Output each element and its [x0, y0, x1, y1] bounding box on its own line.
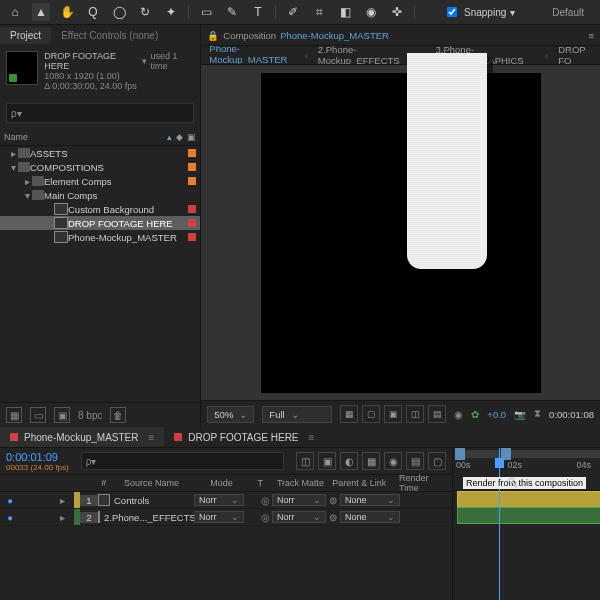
comp-mini-flowchart-icon[interactable]: ◫: [296, 452, 314, 470]
matte-dropdown[interactable]: Norr: [272, 511, 326, 523]
new-folder-icon[interactable]: ▭: [30, 407, 46, 423]
eye-icon[interactable]: ●: [0, 495, 20, 506]
snapshot-icon[interactable]: 📷: [514, 409, 526, 420]
rect-tool-icon[interactable]: ▭: [197, 3, 215, 21]
cam-view-icon[interactable]: ◉: [454, 409, 463, 420]
viewer-timecode[interactable]: 0:00:01:08: [549, 409, 594, 420]
col-source-name[interactable]: Source Name: [120, 478, 206, 488]
delete-icon[interactable]: 🗑: [110, 407, 126, 423]
region-icon[interactable]: ▣: [384, 405, 402, 423]
pickwhip-icon[interactable]: ⊚: [326, 495, 340, 506]
render-queue-icon[interactable]: ▢: [428, 452, 446, 470]
timeline-timecode[interactable]: 0:00:01:09: [6, 451, 69, 463]
column-label-icon[interactable]: ◆: [176, 132, 183, 142]
text-tool-icon[interactable]: T: [249, 3, 267, 21]
zoom-dropdown[interactable]: 50%: [207, 406, 254, 423]
shy-icon[interactable]: ◐: [340, 452, 358, 470]
zoom-tool-icon[interactable]: Q: [84, 3, 102, 21]
render-tooltip: Render from this composition: [463, 477, 586, 489]
pen-tool-icon[interactable]: ✎: [223, 3, 241, 21]
preview-time-icon[interactable]: ⧗: [534, 408, 541, 420]
frame-blend-icon[interactable]: ▦: [362, 452, 380, 470]
column-type-icon[interactable]: ▣: [187, 132, 196, 142]
orbit-tool-icon[interactable]: ◯: [110, 3, 128, 21]
comp-dimensions: 1080 x 1920 (1.00): [44, 71, 194, 81]
col-track-matte[interactable]: Track Matte: [273, 478, 328, 488]
color-mgmt-icon[interactable]: ✿: [471, 409, 479, 420]
interpret-footage-icon[interactable]: ▦: [6, 407, 22, 423]
playhead[interactable]: [499, 448, 500, 600]
timeline-tab[interactable]: Phone-Mockup_MASTER≡: [0, 427, 164, 447]
comp-duration: Δ 0:00:30:00, 24.00 fps: [44, 81, 194, 91]
project-panel: Project Effect Controls (none) DROP FOOT…: [0, 25, 201, 427]
grid-icon[interactable]: ▤: [428, 405, 446, 423]
column-sort-icon[interactable]: ▴: [167, 132, 172, 142]
mask-toggle-icon[interactable]: ▢: [362, 405, 380, 423]
parent-dropdown[interactable]: None: [340, 511, 400, 523]
selection-tool-icon[interactable]: ▲: [32, 3, 50, 21]
comp-lock-icon[interactable]: 🔒: [207, 30, 219, 41]
effect-controls-tab[interactable]: Effect Controls (none): [51, 27, 168, 44]
hand-tool-icon[interactable]: ✋: [58, 3, 76, 21]
viewer-tab[interactable]: DROP FO: [550, 46, 600, 65]
eraser-tool-icon[interactable]: ◧: [336, 3, 354, 21]
anchor-tool-icon[interactable]: ✦: [162, 3, 180, 21]
tree-item[interactable]: ▸ASSETS: [0, 146, 200, 160]
transparency-grid-icon[interactable]: ▦: [340, 405, 358, 423]
crumb-active[interactable]: Phone-Mockup_MASTER: [280, 30, 389, 41]
toolbar-separator: [275, 5, 276, 19]
project-tree[interactable]: ▸ASSETS▾COMPOSITIONS▸Element Comps▾Main …: [0, 146, 200, 402]
col-t: T: [254, 478, 273, 488]
tree-item[interactable]: Phone-Mockup_MASTER: [0, 230, 200, 244]
eye-icon[interactable]: ●: [0, 512, 20, 523]
channel-icon[interactable]: ◫: [406, 405, 424, 423]
brush-tool-icon[interactable]: ✐: [284, 3, 302, 21]
viewer-tab[interactable]: Phone-Mockup_MASTER: [201, 46, 302, 65]
col-num: #: [97, 478, 120, 488]
project-tab[interactable]: Project: [0, 27, 51, 44]
pickwhip-icon[interactable]: ⊚: [326, 512, 340, 523]
composition-viewer[interactable]: [201, 65, 600, 400]
snapping-toggle[interactable]: Snapping ▾: [443, 4, 515, 20]
clone-tool-icon[interactable]: ⌗: [310, 3, 328, 21]
matte-dropdown[interactable]: Norr: [272, 494, 326, 506]
motion-blur-icon[interactable]: ◉: [384, 452, 402, 470]
timeline-tab[interactable]: DROP FOOTAGE HERE≡: [164, 427, 324, 447]
puppet-tool-icon[interactable]: ✜: [388, 3, 406, 21]
layer-row[interactable]: ●▸22.Phone..._EFFECTSNorr◎Norr⊚None: [0, 509, 452, 526]
draft3d-icon[interactable]: ▣: [318, 452, 336, 470]
snapping-menu-icon[interactable]: ▾: [510, 7, 515, 18]
tree-item[interactable]: ▸Element Comps: [0, 174, 200, 188]
mode-dropdown[interactable]: Norr: [194, 494, 244, 506]
graph-editor-icon[interactable]: ▤: [406, 452, 424, 470]
mode-dropdown[interactable]: Norr: [194, 511, 244, 523]
tree-item[interactable]: Custom Background: [0, 202, 200, 216]
layer-clip[interactable]: [457, 491, 600, 508]
resolution-dropdown[interactable]: Full: [262, 406, 332, 423]
tree-item[interactable]: DROP FOOTAGE HERE: [0, 216, 200, 230]
col-parent[interactable]: Parent & Link: [328, 478, 395, 488]
home-icon[interactable]: ⌂: [6, 3, 24, 21]
tree-item[interactable]: ▾COMPOSITIONS: [0, 160, 200, 174]
rotate-tool-icon[interactable]: ↻: [136, 3, 154, 21]
timeline-tracks[interactable]: Render from this composition ↖: [453, 491, 600, 600]
snapping-checkbox[interactable]: [447, 7, 457, 17]
workspace-selector[interactable]: Default: [542, 5, 594, 20]
new-comp-icon[interactable]: ▣: [54, 407, 70, 423]
workarea-start-handle[interactable]: [455, 448, 465, 460]
parent-dropdown[interactable]: None: [340, 494, 400, 506]
column-name[interactable]: Name: [4, 132, 28, 142]
matte-icon[interactable]: ◎: [258, 495, 272, 506]
viewer-tab[interactable]: 2.Phone-Mockup_EFFECTS: [310, 46, 420, 65]
matte-icon[interactable]: ◎: [258, 512, 272, 523]
exposure-value[interactable]: +0.0: [487, 409, 506, 420]
layer-row[interactable]: ●▸1ControlsNorr◎Norr⊚None: [0, 492, 452, 509]
timeline-search-input[interactable]: ρ▾: [81, 452, 284, 470]
roto-tool-icon[interactable]: ◉: [362, 3, 380, 21]
panel-menu-icon[interactable]: ≡: [588, 30, 594, 41]
col-mode[interactable]: Mode: [206, 478, 253, 488]
layer-clip[interactable]: [457, 507, 600, 524]
tree-item[interactable]: ▾Main Comps: [0, 188, 200, 202]
bpc-label[interactable]: 8 bpc: [78, 410, 102, 421]
project-search-input[interactable]: ρ▾: [6, 103, 194, 123]
